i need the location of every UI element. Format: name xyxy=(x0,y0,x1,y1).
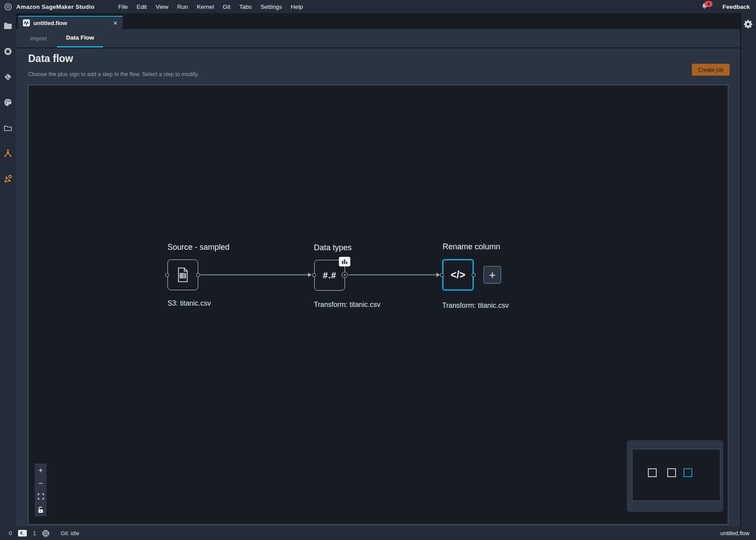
right-settings-sidebar xyxy=(740,13,756,526)
minimap-node xyxy=(667,468,676,477)
node-title-source: Source - sampled xyxy=(167,243,229,252)
terminal-count[interactable]: 1 xyxy=(33,530,36,536)
flow-file-icon xyxy=(23,19,30,26)
node-sublabel-source: S3: titanic.csv xyxy=(167,299,211,307)
port-datatypes-in[interactable] xyxy=(312,273,316,277)
minimap-node-selected xyxy=(683,468,692,477)
kernel-count[interactable]: 0 xyxy=(9,530,12,536)
experiments-icon[interactable] xyxy=(0,141,16,166)
lock-view-button[interactable] xyxy=(35,503,47,516)
main-area: untitled.flow ✕ Import Data Flow Data fl… xyxy=(16,13,740,526)
node-sublabel-rename-column: Transform: titanic.csv xyxy=(442,302,509,310)
bar-chart-badge[interactable] xyxy=(339,257,350,266)
page-title: Data flow xyxy=(28,53,73,65)
node-sublabel-data-types: Transform: titanic.csv xyxy=(314,301,380,309)
file-browser-icon[interactable] xyxy=(0,13,16,39)
menu-kernel[interactable]: Kernel xyxy=(197,4,214,10)
notification-count-badge: 4 xyxy=(705,1,712,7)
arrowhead-icon xyxy=(436,273,440,277)
cpu-icon[interactable] xyxy=(42,530,49,537)
sagemaker-logo-icon xyxy=(4,3,12,11)
fit-view-button[interactable] xyxy=(35,490,47,503)
zoom-out-button[interactable]: − xyxy=(35,477,47,490)
port-rename-in[interactable] xyxy=(440,273,444,277)
terminal-icon[interactable]: $_ xyxy=(18,530,27,536)
number-glyph: #.# xyxy=(323,270,337,281)
canvas-zoom-controls: + − xyxy=(35,463,47,516)
tab-untitled-flow[interactable]: untitled.flow ✕ xyxy=(18,16,123,29)
notifications-button[interactable]: 4 xyxy=(701,2,709,11)
running-instances-icon[interactable] xyxy=(0,39,16,64)
menu-help[interactable]: Help xyxy=(291,4,303,10)
tab-data-flow[interactable]: Data Flow xyxy=(57,29,103,47)
git-status: Git: idle xyxy=(61,530,79,536)
fit-view-icon xyxy=(38,493,44,500)
app-title: Amazon SageMaker Studio xyxy=(16,4,94,10)
zoom-in-button[interactable]: + xyxy=(35,463,47,477)
active-file-label: untitled.flow xyxy=(720,530,749,536)
port-rename-out[interactable] xyxy=(472,273,476,277)
flow-node-rename-column[interactable]: </> xyxy=(442,259,474,291)
page-subtitle: Choose the plus sign to add a step to th… xyxy=(28,71,199,77)
lock-icon xyxy=(38,507,44,513)
menu-items: File Edit View Run Kernel Git Tabs Setti… xyxy=(118,0,303,13)
flow-node-source[interactable] xyxy=(167,259,198,290)
node-title-rename-column: Rename column xyxy=(443,242,500,252)
flow-subtabs: Import Data Flow xyxy=(16,29,740,48)
commands-palette-icon[interactable] xyxy=(0,90,16,115)
menu-edit[interactable]: Edit xyxy=(137,4,147,10)
tab-import[interactable]: Import xyxy=(29,29,47,47)
git-panel-icon[interactable] xyxy=(0,64,16,90)
document-icon xyxy=(176,267,189,283)
feedback-link[interactable]: Feedback xyxy=(723,4,750,10)
data-wrangler-icon[interactable] xyxy=(0,166,16,192)
status-bar: 0 $_ 1 Git: idle untitled.flow xyxy=(0,526,756,540)
port-source-out[interactable] xyxy=(196,273,200,277)
edge-datatypes-to-rename xyxy=(349,274,436,275)
create-job-button[interactable]: Create job xyxy=(692,64,730,76)
tab-label: untitled.flow xyxy=(33,20,67,26)
flow-canvas[interactable]: Source - sampled S3: titanic.csv Data ty… xyxy=(28,85,728,525)
open-tabs-icon[interactable] xyxy=(0,115,16,141)
port-source-in[interactable] xyxy=(165,273,169,277)
menubar-right: 4 Feedback xyxy=(701,0,750,13)
minimap-node xyxy=(648,468,657,477)
top-menu-bar: Amazon SageMaker Studio File Edit View R… xyxy=(0,0,756,13)
page-header: Data flow Choose the plus sign to add a … xyxy=(16,48,740,85)
gear-icon[interactable] xyxy=(744,19,753,29)
port-datatypes-out-collapse[interactable]: + xyxy=(342,272,348,278)
menu-git[interactable]: Git xyxy=(223,4,230,10)
left-activity-sidebar xyxy=(0,13,16,526)
add-step-button[interactable]: + xyxy=(483,266,501,284)
menu-run[interactable]: Run xyxy=(177,4,188,10)
menu-view[interactable]: View xyxy=(156,4,168,10)
minimap-viewport xyxy=(632,449,720,501)
tab-close-icon[interactable]: ✕ xyxy=(113,20,118,26)
sagemaker-studio-app: { "colors": { "accent_cyan": "#1aa8dc", … xyxy=(0,0,756,540)
edge-source-to-datatypes xyxy=(200,274,308,275)
node-title-data-types: Data types xyxy=(314,243,352,252)
arrowhead-icon xyxy=(308,273,312,277)
menu-tabs[interactable]: Tabs xyxy=(239,4,252,10)
bar-chart-icon xyxy=(342,259,348,264)
flow-minimap[interactable] xyxy=(627,440,723,512)
code-glyph: </> xyxy=(451,269,465,281)
menu-file[interactable]: File xyxy=(118,4,128,10)
menu-settings[interactable]: Settings xyxy=(261,4,282,10)
tab-strip: untitled.flow ✕ xyxy=(16,13,740,29)
